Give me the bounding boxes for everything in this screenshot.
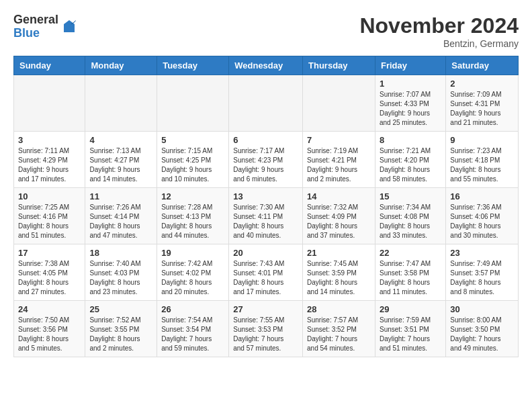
day-number: 10: [18, 191, 81, 201]
day-number: 8: [380, 135, 441, 145]
logo-icon: [61, 19, 77, 35]
logo-general-text: General: [13, 13, 58, 27]
day-info: Sunrise: 7:36 AM Sunset: 4:06 PM Dayligh…: [450, 203, 514, 240]
calendar-cell: 8Sunrise: 7:21 AM Sunset: 4:20 PM Daylig…: [375, 132, 445, 188]
day-info: Sunrise: 7:49 AM Sunset: 3:57 PM Dayligh…: [450, 259, 514, 297]
calendar-header-tuesday: Tuesday: [157, 56, 229, 75]
calendar-cell: 16Sunrise: 7:36 AM Sunset: 4:06 PM Dayli…: [446, 188, 519, 244]
calendar-cell: 19Sunrise: 7:42 AM Sunset: 4:02 PM Dayli…: [157, 244, 229, 301]
day-number: 3: [18, 135, 81, 145]
calendar-cell: 11Sunrise: 7:26 AM Sunset: 4:14 PM Dayli…: [85, 188, 157, 244]
calendar-table: SundayMondayTuesdayWednesdayThursdayFrid…: [13, 56, 519, 357]
day-number: 21: [307, 248, 371, 258]
day-number: 23: [450, 248, 514, 258]
calendar-cell: 21Sunrise: 7:45 AM Sunset: 3:59 PM Dayli…: [303, 244, 375, 301]
day-info: Sunrise: 7:50 AM Sunset: 3:56 PM Dayligh…: [18, 316, 81, 353]
day-number: 2: [450, 79, 514, 89]
day-number: 7: [307, 135, 371, 145]
calendar-header-wednesday: Wednesday: [229, 56, 303, 75]
calendar-cell: 3Sunrise: 7:11 AM Sunset: 4:29 PM Daylig…: [14, 132, 85, 188]
calendar-cell: 15Sunrise: 7:34 AM Sunset: 4:08 PM Dayli…: [375, 188, 445, 244]
day-info: Sunrise: 7:45 AM Sunset: 3:59 PM Dayligh…: [307, 259, 371, 297]
calendar-cell: 17Sunrise: 7:38 AM Sunset: 4:05 PM Dayli…: [14, 244, 85, 301]
day-number: 13: [233, 191, 298, 201]
calendar-header-sunday: Sunday: [14, 56, 85, 75]
calendar-cell: 5Sunrise: 7:15 AM Sunset: 4:25 PM Daylig…: [157, 132, 229, 188]
calendar-week-5: 24Sunrise: 7:50 AM Sunset: 3:56 PM Dayli…: [14, 301, 519, 357]
day-number: 20: [233, 248, 298, 258]
calendar-cell: 28Sunrise: 7:57 AM Sunset: 3:52 PM Dayli…: [303, 301, 375, 357]
calendar-cell: 23Sunrise: 7:49 AM Sunset: 3:57 PM Dayli…: [446, 244, 519, 301]
calendar-header-friday: Friday: [375, 56, 445, 75]
day-number: 12: [161, 191, 224, 201]
day-info: Sunrise: 7:25 AM Sunset: 4:16 PM Dayligh…: [18, 203, 81, 240]
calendar-cell: 2Sunrise: 7:09 AM Sunset: 4:31 PM Daylig…: [446, 75, 519, 132]
calendar-cell: 24Sunrise: 7:50 AM Sunset: 3:56 PM Dayli…: [14, 301, 85, 357]
day-info: Sunrise: 7:26 AM Sunset: 4:14 PM Dayligh…: [89, 203, 152, 240]
day-info: Sunrise: 7:52 AM Sunset: 3:55 PM Dayligh…: [89, 316, 152, 353]
day-number: 30: [450, 304, 514, 314]
day-number: 9: [450, 135, 514, 145]
day-info: Sunrise: 7:47 AM Sunset: 3:58 PM Dayligh…: [380, 259, 441, 297]
calendar-cell: 9Sunrise: 7:23 AM Sunset: 4:18 PM Daylig…: [446, 132, 519, 188]
day-info: Sunrise: 7:32 AM Sunset: 4:09 PM Dayligh…: [307, 203, 371, 240]
calendar-cell: 14Sunrise: 7:32 AM Sunset: 4:09 PM Dayli…: [303, 188, 375, 244]
day-number: 26: [161, 304, 224, 314]
day-number: 28: [307, 304, 371, 314]
calendar-cell: 20Sunrise: 7:43 AM Sunset: 4:01 PM Dayli…: [229, 244, 303, 301]
day-number: 25: [89, 304, 152, 314]
day-number: 24: [18, 304, 81, 314]
calendar-cell: [229, 75, 303, 132]
day-number: 29: [380, 304, 441, 314]
calendar-cell: [85, 75, 157, 132]
calendar-cell: [303, 75, 375, 132]
day-info: Sunrise: 7:21 AM Sunset: 4:20 PM Dayligh…: [380, 146, 441, 184]
calendar-cell: [157, 75, 229, 132]
calendar-header-saturday: Saturday: [446, 56, 519, 75]
day-number: 15: [380, 191, 441, 201]
calendar-header-monday: Monday: [85, 56, 157, 75]
calendar-cell: 26Sunrise: 7:54 AM Sunset: 3:54 PM Dayli…: [157, 301, 229, 357]
day-number: 16: [450, 191, 514, 201]
day-info: Sunrise: 7:17 AM Sunset: 4:23 PM Dayligh…: [233, 146, 298, 184]
calendar-cell: 27Sunrise: 7:55 AM Sunset: 3:53 PM Dayli…: [229, 301, 303, 357]
month-title: November 2024: [359, 13, 519, 38]
calendar-cell: 18Sunrise: 7:40 AM Sunset: 4:03 PM Dayli…: [85, 244, 157, 301]
day-info: Sunrise: 7:59 AM Sunset: 3:51 PM Dayligh…: [380, 316, 441, 353]
day-number: 4: [89, 135, 152, 145]
day-number: 6: [233, 135, 298, 145]
calendar-cell: 29Sunrise: 7:59 AM Sunset: 3:51 PM Dayli…: [375, 301, 445, 357]
day-info: Sunrise: 7:30 AM Sunset: 4:11 PM Dayligh…: [233, 203, 298, 240]
calendar-cell: 1Sunrise: 7:07 AM Sunset: 4:33 PM Daylig…: [375, 75, 445, 132]
day-info: Sunrise: 7:15 AM Sunset: 4:25 PM Dayligh…: [161, 146, 224, 184]
day-info: Sunrise: 7:34 AM Sunset: 4:08 PM Dayligh…: [380, 203, 441, 240]
calendar-header-thursday: Thursday: [303, 56, 375, 75]
calendar-week-1: 1Sunrise: 7:07 AM Sunset: 4:33 PM Daylig…: [14, 75, 519, 132]
calendar-cell: 25Sunrise: 7:52 AM Sunset: 3:55 PM Dayli…: [85, 301, 157, 357]
calendar-cell: 4Sunrise: 7:13 AM Sunset: 4:27 PM Daylig…: [85, 132, 157, 188]
title-area: November 2024 Bentzin, Germany: [359, 13, 519, 49]
day-info: Sunrise: 7:09 AM Sunset: 4:31 PM Dayligh…: [450, 90, 514, 128]
calendar-header-row: SundayMondayTuesdayWednesdayThursdayFrid…: [14, 56, 519, 75]
calendar-cell: [14, 75, 85, 132]
logo-blue-text: Blue: [13, 27, 58, 40]
day-info: Sunrise: 7:28 AM Sunset: 4:13 PM Dayligh…: [161, 203, 224, 240]
day-info: Sunrise: 7:13 AM Sunset: 4:27 PM Dayligh…: [89, 146, 152, 184]
page-header: General Blue November 2024 Bentzin, Germ…: [13, 13, 519, 49]
day-info: Sunrise: 7:42 AM Sunset: 4:02 PM Dayligh…: [161, 259, 224, 297]
day-number: 27: [233, 304, 298, 314]
calendar-cell: 12Sunrise: 7:28 AM Sunset: 4:13 PM Dayli…: [157, 188, 229, 244]
day-info: Sunrise: 7:07 AM Sunset: 4:33 PM Dayligh…: [380, 90, 441, 128]
logo: General Blue: [13, 13, 77, 40]
calendar-cell: 7Sunrise: 7:19 AM Sunset: 4:21 PM Daylig…: [303, 132, 375, 188]
calendar-cell: 30Sunrise: 8:00 AM Sunset: 3:50 PM Dayli…: [446, 301, 519, 357]
day-info: Sunrise: 7:11 AM Sunset: 4:29 PM Dayligh…: [18, 146, 81, 184]
day-info: Sunrise: 7:38 AM Sunset: 4:05 PM Dayligh…: [18, 259, 81, 297]
day-number: 5: [161, 135, 224, 145]
day-number: 11: [89, 191, 152, 201]
calendar-cell: 6Sunrise: 7:17 AM Sunset: 4:23 PM Daylig…: [229, 132, 303, 188]
calendar-cell: 22Sunrise: 7:47 AM Sunset: 3:58 PM Dayli…: [375, 244, 445, 301]
calendar-cell: 10Sunrise: 7:25 AM Sunset: 4:16 PM Dayli…: [14, 188, 85, 244]
day-number: 17: [18, 248, 81, 258]
day-number: 19: [161, 248, 224, 258]
